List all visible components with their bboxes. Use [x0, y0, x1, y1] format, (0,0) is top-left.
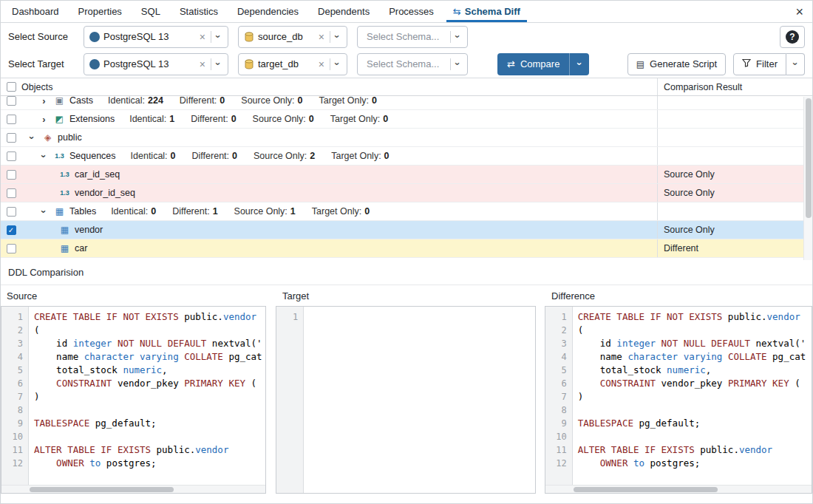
- line-number: 10: [1, 430, 28, 443]
- collapse-icon[interactable]: ›: [38, 207, 50, 217]
- comparison-result-column-header[interactable]: Comparison Result: [657, 78, 812, 95]
- tab-dashboard[interactable]: Dashboard: [2, 1, 69, 22]
- target-database-select[interactable]: target_db × ›: [238, 53, 347, 75]
- tab-statistics[interactable]: Statistics: [170, 1, 228, 22]
- close-icon[interactable]: ×: [795, 5, 803, 18]
- compare-icon: ⇄: [507, 58, 515, 69]
- collapse-icon[interactable]: ›: [38, 151, 50, 161]
- chevron-down-icon[interactable]: ›: [452, 60, 463, 69]
- target-server-select[interactable]: PostgreSQL 13 × ›: [84, 53, 228, 75]
- filter-button[interactable]: Filter: [733, 53, 786, 75]
- horizontal-scrollbar[interactable]: [545, 485, 812, 493]
- row-label: public: [58, 132, 82, 143]
- scrollbar-thumb[interactable]: [30, 487, 174, 492]
- chevron-down-icon[interactable]: ›: [452, 33, 463, 41]
- row-checkbox[interactable]: [7, 151, 16, 161]
- comparison-grid: Objects Comparison Result ›▣CastsIdentic…: [1, 78, 812, 260]
- row-checkbox[interactable]: ✓: [7, 225, 16, 235]
- compare-dropdown-button[interactable]: ›: [570, 53, 589, 75]
- table-row[interactable]: ✓▦vendorSource Only: [1, 221, 812, 239]
- divider: [211, 58, 211, 70]
- tab-sql[interactable]: SQL: [132, 1, 170, 22]
- table-row[interactable]: ›◈public: [1, 129, 812, 147]
- row-checkbox[interactable]: [7, 207, 16, 217]
- line-number: 5: [1, 364, 28, 377]
- expand-icon[interactable]: ›: [39, 114, 49, 125]
- tab-schema-diff[interactable]: ⇆Schema Diff: [443, 1, 530, 22]
- line-number: 8: [1, 403, 28, 417]
- scrollbar-thumb[interactable]: [574, 487, 718, 492]
- expand-icon[interactable]: ›: [39, 96, 49, 106]
- tab-label: Schema Diff: [465, 6, 520, 17]
- tab-dependencies[interactable]: Dependencies: [228, 1, 308, 22]
- row-label: Sequences: [69, 151, 116, 161]
- target-schema-select[interactable]: Select Schema... ›: [357, 53, 468, 75]
- difference-editor[interactable]: 123456789101112CREATE TABLE IF NOT EXIST…: [545, 306, 812, 494]
- table-row[interactable]: 1.3car_id_seqSource Only: [1, 166, 812, 184]
- tab-dependents[interactable]: Dependents: [308, 1, 379, 22]
- grid-vertical-scrollbar[interactable]: [803, 97, 812, 260]
- clear-icon[interactable]: ×: [197, 58, 208, 70]
- tab-label: SQL: [141, 6, 160, 17]
- objects-column-header[interactable]: Objects: [21, 78, 657, 95]
- ddl-pane-headers: Source Target Difference: [1, 285, 812, 306]
- chevron-down-icon[interactable]: ›: [213, 60, 224, 69]
- source-server-select[interactable]: PostgreSQL 13 × ›: [84, 26, 228, 48]
- divider: [450, 31, 451, 43]
- chevron-down-icon[interactable]: ›: [332, 60, 343, 69]
- extensions-icon: ◩: [53, 114, 66, 124]
- help-button[interactable]: ?: [780, 26, 805, 48]
- code-line: [578, 430, 812, 443]
- code-area[interactable]: [304, 307, 534, 493]
- line-number: 6: [1, 377, 28, 390]
- line-number: 12: [545, 457, 572, 470]
- tab-label: Processes: [389, 6, 434, 17]
- target-server-value: PostgreSQL 13: [103, 58, 193, 69]
- scrollbar-thumb[interactable]: [806, 98, 812, 218]
- row-checkbox[interactable]: [7, 115, 16, 124]
- code-line: ): [578, 390, 812, 403]
- table-icon: ▦: [58, 243, 71, 253]
- chevron-down-icon[interactable]: ›: [213, 33, 224, 41]
- grid-header: Objects Comparison Result: [1, 78, 812, 96]
- table-row[interactable]: ›▦TablesIdentical:0Different:1Source Onl…: [1, 202, 812, 221]
- source-schema-select[interactable]: Select Schema... ›: [357, 26, 468, 48]
- line-number: 4: [545, 350, 572, 364]
- code-area[interactable]: CREATE TABLE IF NOT EXISTS public.vendor…: [29, 307, 265, 493]
- generate-script-button[interactable]: ▤ Generate Script: [627, 53, 726, 75]
- collapse-icon[interactable]: ›: [27, 133, 38, 143]
- filter-icon: [742, 58, 751, 69]
- divider: [330, 31, 330, 43]
- row-checkbox[interactable]: [7, 96, 16, 106]
- clear-icon[interactable]: ×: [316, 58, 327, 70]
- tab-properties[interactable]: Properties: [69, 1, 132, 22]
- code-line: ALTER TABLE IF EXISTS public.vendor: [34, 443, 265, 457]
- table-row[interactable]: ›◩ExtensionsIdentical:1Different:0Source…: [1, 110, 812, 129]
- code-line: TABLESPACE pg_default;: [578, 417, 812, 430]
- source-editor[interactable]: 123456789101112CREATE TABLE IF NOT EXIST…: [1, 306, 266, 494]
- code-line: [578, 403, 812, 417]
- chevron-down-icon[interactable]: ›: [332, 33, 343, 41]
- compare-button[interactable]: ⇄ Compare ›: [497, 53, 589, 75]
- generate-script-label: Generate Script: [650, 58, 717, 69]
- comparison-result-cell: Different: [657, 239, 812, 257]
- clear-icon[interactable]: ×: [316, 31, 327, 43]
- table-row[interactable]: ▦carDifferent: [1, 239, 812, 258]
- row-checkbox[interactable]: [7, 133, 16, 143]
- row-checkbox[interactable]: [7, 170, 16, 180]
- code-area[interactable]: CREATE TABLE IF NOT EXISTS public.vendor…: [573, 307, 812, 493]
- table-row[interactable]: 1.3vendor_id_seqSource Only: [1, 184, 812, 202]
- target-editor[interactable]: 1: [276, 306, 535, 494]
- select-all-checkbox[interactable]: [7, 82, 16, 92]
- table-row[interactable]: ›▣CastsIdentical:224Different:0Source On…: [1, 96, 812, 110]
- filter-dropdown-button[interactable]: ›: [786, 53, 805, 75]
- tab-processes[interactable]: Processes: [379, 1, 443, 22]
- clear-icon[interactable]: ×: [197, 31, 208, 43]
- row-checkbox[interactable]: [7, 244, 16, 253]
- source-database-select[interactable]: source_db × ›: [238, 26, 347, 48]
- code-line: total_stock numeric,: [578, 364, 812, 377]
- row-checkbox[interactable]: [7, 188, 16, 198]
- table-row[interactable]: ›1.3SequencesIdentical:0Different:0Sourc…: [1, 147, 812, 166]
- horizontal-scrollbar[interactable]: [1, 485, 265, 493]
- line-number: 3: [1, 337, 28, 350]
